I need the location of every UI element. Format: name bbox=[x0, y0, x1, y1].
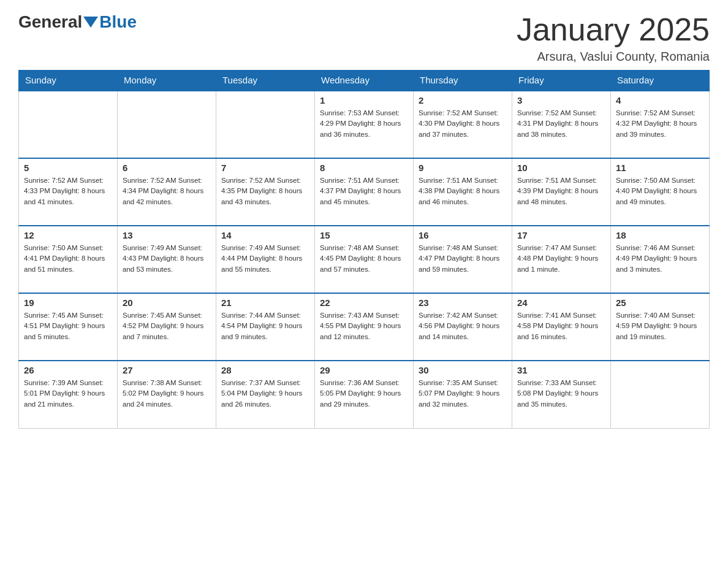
day-info: Sunrise: 7:38 AM Sunset: 5:02 PM Dayligh… bbox=[123, 378, 211, 410]
calendar-cell: 14Sunrise: 7:49 AM Sunset: 4:44 PM Dayli… bbox=[216, 226, 315, 293]
day-info: Sunrise: 7:33 AM Sunset: 5:08 PM Dayligh… bbox=[517, 378, 605, 410]
day-info: Sunrise: 7:45 AM Sunset: 4:51 PM Dayligh… bbox=[24, 310, 112, 342]
logo-triangle-icon bbox=[83, 17, 98, 28]
location: Arsura, Vaslui County, Romania bbox=[517, 50, 710, 64]
day-number: 15 bbox=[320, 230, 408, 240]
day-number: 6 bbox=[123, 163, 211, 173]
header-wednesday: Wednesday bbox=[315, 70, 414, 91]
day-number: 22 bbox=[320, 297, 408, 308]
day-number: 17 bbox=[517, 230, 605, 240]
calendar-cell bbox=[19, 91, 118, 158]
calendar-cell: 16Sunrise: 7:48 AM Sunset: 4:47 PM Dayli… bbox=[414, 226, 512, 293]
day-info: Sunrise: 7:51 AM Sunset: 4:39 PM Dayligh… bbox=[517, 175, 605, 207]
week-row-2: 12Sunrise: 7:50 AM Sunset: 4:41 PM Dayli… bbox=[19, 226, 710, 293]
calendar-cell: 25Sunrise: 7:40 AM Sunset: 4:59 PM Dayli… bbox=[611, 293, 710, 361]
header-right: January 2025 Arsura, Vaslui County, Roma… bbox=[517, 12, 710, 64]
days-header-row: SundayMondayTuesdayWednesdayThursdayFrid… bbox=[19, 70, 710, 91]
day-info: Sunrise: 7:44 AM Sunset: 4:54 PM Dayligh… bbox=[221, 310, 309, 342]
calendar-cell: 13Sunrise: 7:49 AM Sunset: 4:43 PM Dayli… bbox=[118, 226, 216, 293]
logo-general-text: General bbox=[18, 12, 82, 32]
header-monday: Monday bbox=[118, 70, 216, 91]
calendar-cell: 12Sunrise: 7:50 AM Sunset: 4:41 PM Dayli… bbox=[19, 226, 118, 293]
calendar-cell: 8Sunrise: 7:51 AM Sunset: 4:37 PM Daylig… bbox=[315, 158, 414, 226]
day-number: 30 bbox=[419, 365, 507, 375]
day-number: 31 bbox=[517, 365, 605, 375]
day-number: 28 bbox=[221, 365, 309, 375]
calendar-cell: 4Sunrise: 7:52 AM Sunset: 4:32 PM Daylig… bbox=[611, 91, 710, 158]
day-number: 14 bbox=[221, 230, 309, 240]
week-row-4: 26Sunrise: 7:39 AM Sunset: 5:01 PM Dayli… bbox=[19, 361, 710, 428]
calendar-cell: 6Sunrise: 7:52 AM Sunset: 4:34 PM Daylig… bbox=[118, 158, 216, 226]
day-info: Sunrise: 7:37 AM Sunset: 5:04 PM Dayligh… bbox=[221, 378, 309, 410]
day-number: 10 bbox=[517, 163, 605, 173]
calendar-cell: 27Sunrise: 7:38 AM Sunset: 5:02 PM Dayli… bbox=[118, 361, 216, 428]
day-number: 23 bbox=[419, 297, 507, 308]
calendar-cell: 7Sunrise: 7:52 AM Sunset: 4:35 PM Daylig… bbox=[216, 158, 315, 226]
day-info: Sunrise: 7:52 AM Sunset: 4:34 PM Dayligh… bbox=[123, 175, 211, 207]
week-row-0: 1Sunrise: 7:53 AM Sunset: 4:29 PM Daylig… bbox=[19, 91, 710, 158]
day-number: 16 bbox=[419, 230, 507, 240]
day-info: Sunrise: 7:36 AM Sunset: 5:05 PM Dayligh… bbox=[320, 378, 408, 410]
calendar-cell: 10Sunrise: 7:51 AM Sunset: 4:39 PM Dayli… bbox=[512, 158, 611, 226]
day-number: 20 bbox=[123, 297, 211, 308]
calendar-cell: 9Sunrise: 7:51 AM Sunset: 4:38 PM Daylig… bbox=[414, 158, 512, 226]
calendar-cell: 23Sunrise: 7:42 AM Sunset: 4:56 PM Dayli… bbox=[414, 293, 512, 361]
day-info: Sunrise: 7:52 AM Sunset: 4:33 PM Dayligh… bbox=[24, 175, 112, 207]
day-number: 5 bbox=[24, 163, 112, 173]
day-number: 9 bbox=[419, 163, 507, 173]
day-number: 27 bbox=[123, 365, 211, 375]
day-info: Sunrise: 7:48 AM Sunset: 4:47 PM Dayligh… bbox=[419, 243, 507, 275]
day-number: 1 bbox=[320, 95, 408, 105]
day-info: Sunrise: 7:51 AM Sunset: 4:38 PM Dayligh… bbox=[419, 175, 507, 207]
calendar-cell: 22Sunrise: 7:43 AM Sunset: 4:55 PM Dayli… bbox=[315, 293, 414, 361]
header-thursday: Thursday bbox=[414, 70, 512, 91]
calendar-cell: 18Sunrise: 7:46 AM Sunset: 4:49 PM Dayli… bbox=[611, 226, 710, 293]
calendar-cell: 24Sunrise: 7:41 AM Sunset: 4:58 PM Dayli… bbox=[512, 293, 611, 361]
calendar-cell: 26Sunrise: 7:39 AM Sunset: 5:01 PM Dayli… bbox=[19, 361, 118, 428]
logo-blue-text: Blue bbox=[99, 12, 137, 32]
page-header: General Blue January 2025 Arsura, Vaslui… bbox=[18, 12, 710, 64]
day-number: 2 bbox=[419, 95, 507, 105]
day-number: 26 bbox=[24, 365, 112, 375]
day-info: Sunrise: 7:53 AM Sunset: 4:29 PM Dayligh… bbox=[320, 108, 408, 140]
day-info: Sunrise: 7:52 AM Sunset: 4:30 PM Dayligh… bbox=[419, 108, 507, 140]
calendar-cell: 30Sunrise: 7:35 AM Sunset: 5:07 PM Dayli… bbox=[414, 361, 512, 428]
day-info: Sunrise: 7:52 AM Sunset: 4:31 PM Dayligh… bbox=[517, 108, 605, 140]
calendar-cell bbox=[118, 91, 216, 158]
week-row-1: 5Sunrise: 7:52 AM Sunset: 4:33 PM Daylig… bbox=[19, 158, 710, 226]
calendar-cell bbox=[611, 361, 710, 428]
day-info: Sunrise: 7:50 AM Sunset: 4:41 PM Dayligh… bbox=[24, 243, 112, 275]
calendar-cell: 5Sunrise: 7:52 AM Sunset: 4:33 PM Daylig… bbox=[19, 158, 118, 226]
day-number: 18 bbox=[616, 230, 704, 240]
calendar-cell: 29Sunrise: 7:36 AM Sunset: 5:05 PM Dayli… bbox=[315, 361, 414, 428]
header-tuesday: Tuesday bbox=[216, 70, 315, 91]
day-number: 21 bbox=[221, 297, 309, 308]
day-info: Sunrise: 7:41 AM Sunset: 4:58 PM Dayligh… bbox=[517, 310, 605, 342]
calendar-cell: 3Sunrise: 7:52 AM Sunset: 4:31 PM Daylig… bbox=[512, 91, 611, 158]
day-info: Sunrise: 7:39 AM Sunset: 5:01 PM Dayligh… bbox=[24, 378, 112, 410]
day-number: 12 bbox=[24, 230, 112, 240]
calendar-cell: 11Sunrise: 7:50 AM Sunset: 4:40 PM Dayli… bbox=[611, 158, 710, 226]
calendar-cell: 31Sunrise: 7:33 AM Sunset: 5:08 PM Dayli… bbox=[512, 361, 611, 428]
day-number: 4 bbox=[616, 95, 704, 105]
day-number: 3 bbox=[517, 95, 605, 105]
day-info: Sunrise: 7:49 AM Sunset: 4:44 PM Dayligh… bbox=[221, 243, 309, 275]
day-number: 24 bbox=[517, 297, 605, 308]
day-info: Sunrise: 7:43 AM Sunset: 4:55 PM Dayligh… bbox=[320, 310, 408, 342]
calendar-cell bbox=[216, 91, 315, 158]
day-info: Sunrise: 7:48 AM Sunset: 4:45 PM Dayligh… bbox=[320, 243, 408, 275]
day-info: Sunrise: 7:40 AM Sunset: 4:59 PM Dayligh… bbox=[616, 310, 704, 342]
calendar-cell: 17Sunrise: 7:47 AM Sunset: 4:48 PM Dayli… bbox=[512, 226, 611, 293]
calendar-cell: 28Sunrise: 7:37 AM Sunset: 5:04 PM Dayli… bbox=[216, 361, 315, 428]
day-number: 8 bbox=[320, 163, 408, 173]
month-title: January 2025 bbox=[517, 12, 710, 47]
calendar-cell: 1Sunrise: 7:53 AM Sunset: 4:29 PM Daylig… bbox=[315, 91, 414, 158]
day-info: Sunrise: 7:47 AM Sunset: 4:48 PM Dayligh… bbox=[517, 243, 605, 275]
day-number: 29 bbox=[320, 365, 408, 375]
day-info: Sunrise: 7:46 AM Sunset: 4:49 PM Dayligh… bbox=[616, 243, 704, 275]
week-row-3: 19Sunrise: 7:45 AM Sunset: 4:51 PM Dayli… bbox=[19, 293, 710, 361]
calendar-cell: 2Sunrise: 7:52 AM Sunset: 4:30 PM Daylig… bbox=[414, 91, 512, 158]
calendar-cell: 19Sunrise: 7:45 AM Sunset: 4:51 PM Dayli… bbox=[19, 293, 118, 361]
day-info: Sunrise: 7:49 AM Sunset: 4:43 PM Dayligh… bbox=[123, 243, 211, 275]
day-info: Sunrise: 7:52 AM Sunset: 4:32 PM Dayligh… bbox=[616, 108, 704, 140]
